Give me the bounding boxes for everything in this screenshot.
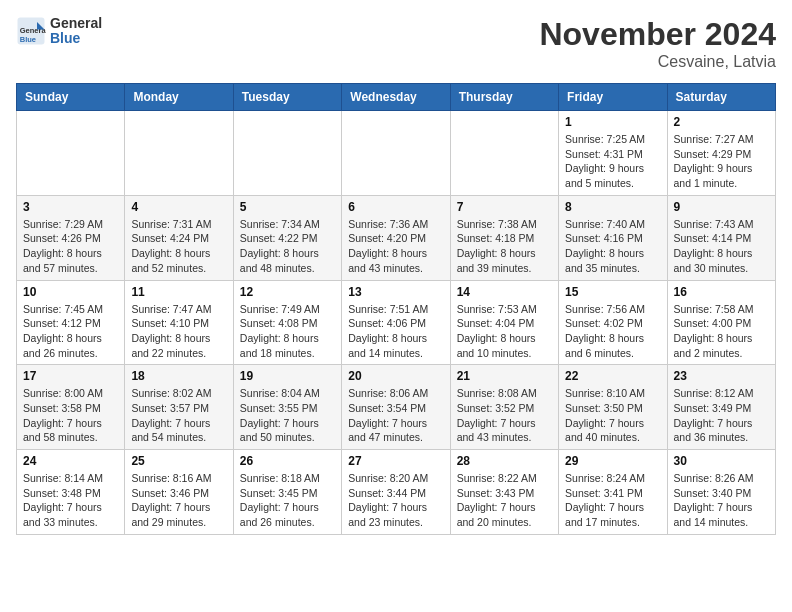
day-header-wednesday: Wednesday <box>342 84 450 111</box>
location: Cesvaine, Latvia <box>539 53 776 71</box>
day-info: Sunrise: 7:49 AMSunset: 4:08 PMDaylight:… <box>240 302 335 361</box>
day-header-friday: Friday <box>559 84 667 111</box>
calendar-cell: 23Sunrise: 8:12 AMSunset: 3:49 PMDayligh… <box>667 365 775 450</box>
day-info: Sunrise: 8:00 AMSunset: 3:58 PMDaylight:… <box>23 386 118 445</box>
day-info: Sunrise: 8:10 AMSunset: 3:50 PMDaylight:… <box>565 386 660 445</box>
week-row-1: 1Sunrise: 7:25 AMSunset: 4:31 PMDaylight… <box>17 111 776 196</box>
calendar-cell: 13Sunrise: 7:51 AMSunset: 4:06 PMDayligh… <box>342 280 450 365</box>
day-info: Sunrise: 8:16 AMSunset: 3:46 PMDaylight:… <box>131 471 226 530</box>
day-number: 11 <box>131 285 226 299</box>
day-number: 24 <box>23 454 118 468</box>
logo-general-text: General <box>50 16 102 31</box>
day-number: 3 <box>23 200 118 214</box>
day-number: 26 <box>240 454 335 468</box>
day-info: Sunrise: 8:08 AMSunset: 3:52 PMDaylight:… <box>457 386 552 445</box>
calendar-cell: 21Sunrise: 8:08 AMSunset: 3:52 PMDayligh… <box>450 365 558 450</box>
week-row-4: 17Sunrise: 8:00 AMSunset: 3:58 PMDayligh… <box>17 365 776 450</box>
day-number: 5 <box>240 200 335 214</box>
day-header-monday: Monday <box>125 84 233 111</box>
day-info: Sunrise: 7:51 AMSunset: 4:06 PMDaylight:… <box>348 302 443 361</box>
calendar-cell: 19Sunrise: 8:04 AMSunset: 3:55 PMDayligh… <box>233 365 341 450</box>
calendar-cell: 2Sunrise: 7:27 AMSunset: 4:29 PMDaylight… <box>667 111 775 196</box>
day-info: Sunrise: 7:45 AMSunset: 4:12 PMDaylight:… <box>23 302 118 361</box>
day-number: 30 <box>674 454 769 468</box>
day-info: Sunrise: 7:27 AMSunset: 4:29 PMDaylight:… <box>674 132 769 191</box>
day-number: 2 <box>674 115 769 129</box>
calendar-cell: 8Sunrise: 7:40 AMSunset: 4:16 PMDaylight… <box>559 195 667 280</box>
day-number: 22 <box>565 369 660 383</box>
calendar-cell: 24Sunrise: 8:14 AMSunset: 3:48 PMDayligh… <box>17 450 125 535</box>
calendar-header-row: SundayMondayTuesdayWednesdayThursdayFrid… <box>17 84 776 111</box>
calendar-cell <box>17 111 125 196</box>
day-number: 15 <box>565 285 660 299</box>
day-number: 23 <box>674 369 769 383</box>
day-number: 4 <box>131 200 226 214</box>
day-info: Sunrise: 7:36 AMSunset: 4:20 PMDaylight:… <box>348 217 443 276</box>
calendar-cell: 26Sunrise: 8:18 AMSunset: 3:45 PMDayligh… <box>233 450 341 535</box>
week-row-2: 3Sunrise: 7:29 AMSunset: 4:26 PMDaylight… <box>17 195 776 280</box>
day-header-saturday: Saturday <box>667 84 775 111</box>
day-info: Sunrise: 8:22 AMSunset: 3:43 PMDaylight:… <box>457 471 552 530</box>
calendar-cell: 9Sunrise: 7:43 AMSunset: 4:14 PMDaylight… <box>667 195 775 280</box>
calendar-cell: 6Sunrise: 7:36 AMSunset: 4:20 PMDaylight… <box>342 195 450 280</box>
day-info: Sunrise: 7:40 AMSunset: 4:16 PMDaylight:… <box>565 217 660 276</box>
calendar-cell: 1Sunrise: 7:25 AMSunset: 4:31 PMDaylight… <box>559 111 667 196</box>
day-info: Sunrise: 8:26 AMSunset: 3:40 PMDaylight:… <box>674 471 769 530</box>
day-info: Sunrise: 8:12 AMSunset: 3:49 PMDaylight:… <box>674 386 769 445</box>
calendar-cell <box>450 111 558 196</box>
day-info: Sunrise: 7:31 AMSunset: 4:24 PMDaylight:… <box>131 217 226 276</box>
page-header: General Blue General Blue November 2024 … <box>16 16 776 71</box>
calendar-cell: 4Sunrise: 7:31 AMSunset: 4:24 PMDaylight… <box>125 195 233 280</box>
calendar-cell: 28Sunrise: 8:22 AMSunset: 3:43 PMDayligh… <box>450 450 558 535</box>
day-info: Sunrise: 8:04 AMSunset: 3:55 PMDaylight:… <box>240 386 335 445</box>
calendar-cell: 20Sunrise: 8:06 AMSunset: 3:54 PMDayligh… <box>342 365 450 450</box>
calendar-cell <box>125 111 233 196</box>
svg-text:Blue: Blue <box>20 35 36 44</box>
calendar-cell <box>342 111 450 196</box>
day-header-tuesday: Tuesday <box>233 84 341 111</box>
day-info: Sunrise: 7:38 AMSunset: 4:18 PMDaylight:… <box>457 217 552 276</box>
calendar-cell <box>233 111 341 196</box>
calendar-cell: 25Sunrise: 8:16 AMSunset: 3:46 PMDayligh… <box>125 450 233 535</box>
day-number: 18 <box>131 369 226 383</box>
day-info: Sunrise: 8:06 AMSunset: 3:54 PMDaylight:… <box>348 386 443 445</box>
day-info: Sunrise: 7:25 AMSunset: 4:31 PMDaylight:… <box>565 132 660 191</box>
day-number: 12 <box>240 285 335 299</box>
calendar-cell: 14Sunrise: 7:53 AMSunset: 4:04 PMDayligh… <box>450 280 558 365</box>
day-header-thursday: Thursday <box>450 84 558 111</box>
day-number: 6 <box>348 200 443 214</box>
day-header-sunday: Sunday <box>17 84 125 111</box>
calendar-cell: 10Sunrise: 7:45 AMSunset: 4:12 PMDayligh… <box>17 280 125 365</box>
title-section: November 2024 Cesvaine, Latvia <box>539 16 776 71</box>
calendar: SundayMondayTuesdayWednesdayThursdayFrid… <box>16 83 776 535</box>
calendar-cell: 18Sunrise: 8:02 AMSunset: 3:57 PMDayligh… <box>125 365 233 450</box>
day-info: Sunrise: 7:29 AMSunset: 4:26 PMDaylight:… <box>23 217 118 276</box>
calendar-cell: 22Sunrise: 8:10 AMSunset: 3:50 PMDayligh… <box>559 365 667 450</box>
calendar-cell: 29Sunrise: 8:24 AMSunset: 3:41 PMDayligh… <box>559 450 667 535</box>
day-number: 9 <box>674 200 769 214</box>
day-info: Sunrise: 7:53 AMSunset: 4:04 PMDaylight:… <box>457 302 552 361</box>
day-number: 27 <box>348 454 443 468</box>
calendar-cell: 5Sunrise: 7:34 AMSunset: 4:22 PMDaylight… <box>233 195 341 280</box>
day-info: Sunrise: 7:47 AMSunset: 4:10 PMDaylight:… <box>131 302 226 361</box>
day-info: Sunrise: 7:56 AMSunset: 4:02 PMDaylight:… <box>565 302 660 361</box>
day-number: 29 <box>565 454 660 468</box>
day-info: Sunrise: 8:02 AMSunset: 3:57 PMDaylight:… <box>131 386 226 445</box>
day-info: Sunrise: 8:24 AMSunset: 3:41 PMDaylight:… <box>565 471 660 530</box>
day-info: Sunrise: 7:43 AMSunset: 4:14 PMDaylight:… <box>674 217 769 276</box>
calendar-cell: 15Sunrise: 7:56 AMSunset: 4:02 PMDayligh… <box>559 280 667 365</box>
week-row-3: 10Sunrise: 7:45 AMSunset: 4:12 PMDayligh… <box>17 280 776 365</box>
calendar-cell: 3Sunrise: 7:29 AMSunset: 4:26 PMDaylight… <box>17 195 125 280</box>
day-info: Sunrise: 8:20 AMSunset: 3:44 PMDaylight:… <box>348 471 443 530</box>
day-number: 21 <box>457 369 552 383</box>
day-number: 17 <box>23 369 118 383</box>
day-number: 14 <box>457 285 552 299</box>
calendar-cell: 11Sunrise: 7:47 AMSunset: 4:10 PMDayligh… <box>125 280 233 365</box>
day-number: 10 <box>23 285 118 299</box>
logo-icon: General Blue <box>16 16 46 46</box>
day-info: Sunrise: 8:14 AMSunset: 3:48 PMDaylight:… <box>23 471 118 530</box>
calendar-cell: 7Sunrise: 7:38 AMSunset: 4:18 PMDaylight… <box>450 195 558 280</box>
day-info: Sunrise: 7:34 AMSunset: 4:22 PMDaylight:… <box>240 217 335 276</box>
day-number: 13 <box>348 285 443 299</box>
week-row-5: 24Sunrise: 8:14 AMSunset: 3:48 PMDayligh… <box>17 450 776 535</box>
